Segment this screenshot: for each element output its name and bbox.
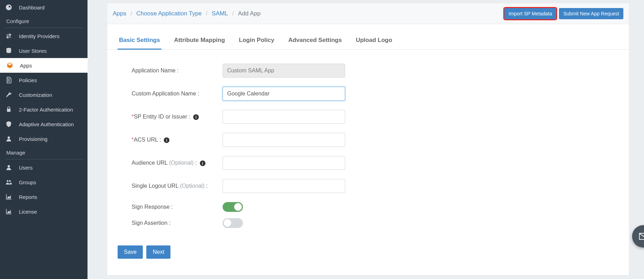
row-application-name: Application Name :: [118, 64, 618, 78]
label-text: ACS URL :: [134, 137, 161, 143]
database-icon: [5, 47, 13, 55]
tab-upload-logo[interactable]: Upload Logo: [355, 33, 394, 50]
toggle-sign-assertion[interactable]: [223, 218, 243, 228]
sidebar-item-label: Policies: [19, 77, 37, 83]
row-slo-url: Single Logout URL (Optional) :: [118, 179, 618, 193]
input-custom-app-name[interactable]: [223, 87, 345, 101]
sidebar-section-configure: Configure: [0, 15, 88, 27]
user-icon: [5, 164, 13, 171]
tab-attribute-mapping[interactable]: Attribute Mapping: [173, 33, 226, 50]
breadcrumb-sep: /: [206, 10, 208, 17]
tab-advanced-settings[interactable]: Advanced Settings: [287, 33, 343, 50]
users-icon: [5, 178, 13, 186]
sidebar-item-label: 2-Factor Authentication: [19, 107, 73, 113]
divider: [5, 159, 83, 159]
chart-icon: [5, 193, 13, 201]
sidebar: Dashboard Configure Identity Providers U…: [0, 0, 88, 279]
document-icon: [5, 76, 13, 84]
breadcrumb-sep: /: [131, 10, 132, 17]
input-application-name: [223, 64, 345, 78]
label-application-name: Application Name :: [118, 67, 223, 74]
sidebar-item-2fa[interactable]: 2-Factor Authentication: [0, 102, 88, 117]
sidebar-item-label: Provisioning: [19, 136, 48, 142]
tabs: Basic Settings Attribute Mapping Login P…: [107, 24, 629, 50]
sidebar-item-user-stores[interactable]: User Stores: [0, 43, 88, 58]
sidebar-item-identity-providers[interactable]: Identity Providers: [0, 29, 88, 43]
info-icon[interactable]: i: [193, 114, 199, 120]
submit-new-app-button[interactable]: Submit New App Request: [559, 8, 623, 19]
label-text-a: Single Logout URL: [132, 183, 180, 189]
shield-icon: [5, 120, 13, 128]
label-text-b: :: [204, 183, 208, 189]
row-sign-assertion: Sign Assertion :: [118, 218, 618, 228]
label-text: SP Entity ID or Issuer :: [134, 114, 190, 120]
row-audience-url: Audience URL (Optional) : i: [118, 156, 618, 170]
label-text-b: :: [194, 160, 197, 166]
form: Application Name : Custom Application Na…: [107, 50, 629, 244]
input-acs-url[interactable]: [223, 133, 345, 147]
sidebar-item-apps[interactable]: Apps: [0, 58, 88, 73]
mail-icon: [638, 231, 644, 242]
user-icon: [5, 135, 13, 143]
next-button[interactable]: Next: [146, 245, 170, 259]
label-audience-url: Audience URL (Optional) : i: [118, 160, 223, 166]
wrench-icon: [5, 91, 13, 99]
lock-icon: [5, 106, 13, 113]
sidebar-item-label: Adaptive Authentication: [19, 121, 74, 127]
breadcrumb: Apps / Choose Application Type / SAML / …: [113, 10, 260, 17]
chat-fab[interactable]: [632, 225, 644, 248]
sidebar-item-adaptive-auth[interactable]: Adaptive Authentication: [0, 117, 88, 131]
sidebar-item-label: User Stores: [19, 48, 47, 54]
label-custom-app-name: Custom Application Name :: [118, 91, 223, 97]
info-icon[interactable]: i: [164, 137, 169, 143]
sidebar-item-label: Users: [19, 165, 33, 171]
sidebar-item-label: Customization: [19, 92, 52, 98]
label-sign-assertion: Sign Assertion :: [118, 220, 223, 226]
breadcrumb-current: Add App: [238, 10, 260, 17]
dashboard-icon: [5, 3, 13, 11]
sidebar-item-label: License: [19, 209, 37, 215]
input-audience-url[interactable]: [223, 156, 345, 170]
label-slo-url: Single Logout URL (Optional) :: [118, 183, 223, 189]
sidebar-item-users[interactable]: Users: [0, 160, 88, 175]
input-slo-url[interactable]: [223, 179, 345, 193]
sidebar-item-label: Apps: [20, 63, 32, 69]
tab-login-policy[interactable]: Login Policy: [238, 33, 276, 50]
toggle-knob: [234, 203, 242, 211]
box-icon: [6, 62, 14, 69]
chart-icon: [5, 208, 13, 215]
breadcrumb-saml[interactable]: SAML: [212, 10, 228, 17]
breadcrumb-sep: /: [232, 10, 234, 17]
sidebar-item-dashboard[interactable]: Dashboard: [0, 0, 88, 15]
sidebar-item-customization[interactable]: Customization: [0, 87, 88, 102]
sidebar-item-label: Dashboard: [19, 5, 44, 10]
sidebar-item-license[interactable]: License: [0, 204, 88, 219]
sidebar-item-groups[interactable]: Groups: [0, 175, 88, 189]
save-button[interactable]: Save: [118, 245, 143, 259]
sidebar-item-reports[interactable]: Reports: [0, 189, 88, 204]
toggle-sign-response[interactable]: [223, 202, 243, 212]
panel-header: Apps / Choose Application Type / SAML / …: [107, 3, 629, 24]
sidebar-item-label: Identity Providers: [19, 33, 59, 39]
breadcrumb-apps[interactable]: Apps: [113, 10, 126, 17]
input-sp-entity[interactable]: [223, 110, 345, 124]
row-sp-entity: *SP Entity ID or Issuer : i: [118, 110, 618, 124]
row-sign-response: Sign Response :: [118, 202, 618, 212]
tab-basic-settings[interactable]: Basic Settings: [118, 33, 161, 50]
breadcrumb-choose-type[interactable]: Choose Application Type: [136, 10, 202, 17]
optional-marker: (Optional): [169, 160, 194, 166]
sidebar-item-provisioning[interactable]: Provisioning: [0, 131, 88, 146]
info-icon[interactable]: i: [200, 160, 205, 166]
form-actions: Save Next: [107, 244, 629, 260]
header-actions: Import SP Metadata Submit New App Reques…: [504, 8, 623, 19]
sidebar-item-label: Reports: [19, 194, 37, 200]
toggle-knob: [224, 219, 231, 227]
label-sp-entity: *SP Entity ID or Issuer : i: [118, 114, 223, 120]
sidebar-item-policies[interactable]: Policies: [0, 73, 88, 87]
divider: [5, 28, 83, 28]
import-sp-metadata-button[interactable]: Import SP Metadata: [504, 8, 556, 19]
label-sign-response: Sign Response :: [118, 204, 223, 210]
optional-marker: (Optional): [180, 183, 204, 189]
panel: Apps / Choose Application Type / SAML / …: [107, 3, 629, 276]
sidebar-item-label: Groups: [19, 179, 36, 185]
